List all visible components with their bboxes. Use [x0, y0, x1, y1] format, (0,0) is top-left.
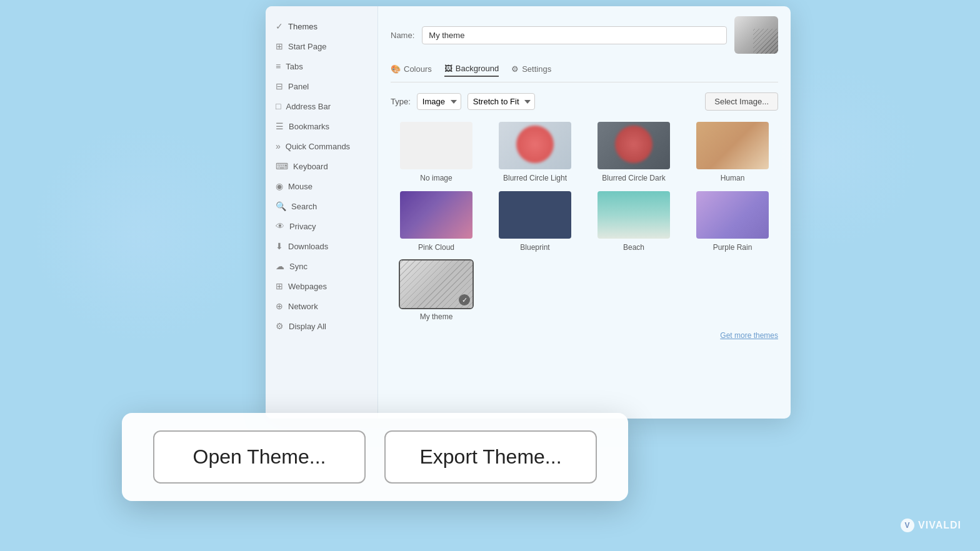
panel-icon: ⊟	[276, 81, 283, 91]
theme-card-human[interactable]: Human	[687, 121, 778, 182]
address-icon: □	[276, 101, 281, 111]
type-row: Type: Image Color None Stretch to Fit Ti…	[391, 92, 778, 111]
sidebar-item-themes[interactable]: ✓ Themes	[266, 16, 378, 36]
sidebar-label-network: Network	[288, 302, 318, 311]
sidebar-item-bookmarks[interactable]: ☰ Bookmarks	[266, 116, 378, 136]
sidebar-item-quick-commands[interactable]: » Quick Commands	[266, 136, 378, 156]
fit-select[interactable]: Stretch to Fit Tile Center	[468, 93, 535, 110]
theme-thumbnail-blurred-light	[498, 121, 572, 171]
sidebar-label-display-all: Display All	[289, 322, 326, 331]
sidebar-label-bookmarks: Bookmarks	[289, 122, 329, 131]
sidebar-item-network[interactable]: ⊕ Network	[266, 296, 378, 316]
settings-window: ✓ Themes ⊞ Start Page ≡ Tabs ⊟ Panel □ A…	[266, 6, 791, 419]
sidebar-item-keyboard[interactable]: ⌨ Keyboard	[266, 156, 378, 176]
theme-label-my-theme: My theme	[420, 312, 453, 321]
sidebar-label-tabs: Tabs	[286, 62, 302, 71]
theme-card-blurred-dark[interactable]: Blurred Circle Dark	[588, 121, 679, 182]
bookmarks-icon: ☰	[276, 121, 284, 131]
theme-card-my-theme[interactable]: ✓ My theme	[391, 259, 482, 321]
background: ✓ Themes ⊞ Start Page ≡ Tabs ⊟ Panel □ A…	[0, 0, 980, 551]
theme-card-no-image[interactable]: No image	[391, 121, 482, 182]
colours-icon: 🎨	[391, 64, 401, 74]
network-icon: ⊕	[276, 301, 283, 311]
get-more-themes-link[interactable]: Get more themes	[391, 331, 778, 340]
thumb-beach	[598, 191, 670, 239]
theme-thumbnail-pink-cloud	[399, 190, 474, 240]
theme-card-pink-cloud[interactable]: Pink Cloud	[391, 190, 482, 252]
check-icon: ✓	[276, 21, 283, 31]
theme-card-blurred-light[interactable]: Blurred Circle Light	[489, 121, 581, 182]
sync-icon: ☁	[276, 261, 284, 271]
sidebar: ✓ Themes ⊞ Start Page ≡ Tabs ⊟ Panel □ A…	[266, 6, 378, 419]
theme-thumbnail-purple-rain	[695, 190, 770, 240]
sidebar-item-tabs[interactable]: ≡ Tabs	[266, 56, 378, 76]
search-icon: 🔍	[276, 201, 286, 211]
thumb-no-image	[400, 122, 472, 169]
main-content: Name: 🎨 Colours 🖼 Background	[378, 6, 791, 419]
sidebar-item-address-bar[interactable]: □ Address Bar	[266, 96, 378, 116]
thumb-blurred-dark	[598, 122, 670, 169]
vivaldi-logo-text: VIVALDI	[918, 520, 961, 531]
theme-card-blueprint[interactable]: Blueprint	[489, 190, 581, 252]
thumb-pink-cloud	[400, 191, 472, 239]
type-label: Type:	[391, 97, 411, 106]
sidebar-item-sync[interactable]: ☁ Sync	[266, 256, 378, 276]
name-input[interactable]	[422, 26, 727, 44]
bg-blob-left	[31, 125, 250, 344]
display-all-icon: ⚙	[276, 321, 284, 331]
sidebar-label-themes: Themes	[288, 22, 318, 31]
settings-icon: ⚙	[511, 64, 519, 74]
sidebar-label-privacy: Privacy	[289, 222, 316, 231]
theme-label-blueprint: Blueprint	[520, 243, 549, 252]
sidebar-label-sync: Sync	[289, 262, 308, 271]
overlay-panel: Open Theme... Export Theme...	[122, 413, 628, 501]
background-icon: 🖼	[444, 64, 452, 73]
name-label: Name:	[391, 31, 414, 40]
sidebar-item-search[interactable]: 🔍 Search	[266, 196, 378, 216]
tab-colours[interactable]: 🎨 Colours	[391, 64, 432, 77]
theme-label-beach: Beach	[623, 243, 644, 252]
theme-preview-mini	[734, 16, 778, 54]
theme-name-row: Name:	[391, 16, 778, 54]
theme-preview-mini-inner	[734, 16, 778, 54]
theme-label-pink-cloud: Pink Cloud	[418, 243, 454, 252]
tabs-row: 🎨 Colours 🖼 Background ⚙ Settings	[391, 64, 778, 82]
sidebar-item-start-page[interactable]: ⊞ Start Page	[266, 36, 378, 56]
sidebar-item-webpages[interactable]: ⊞ Webpages	[266, 276, 378, 296]
theme-preview-lines	[753, 29, 778, 54]
downloads-icon: ⬇	[276, 241, 283, 251]
thumb-purple-rain	[696, 191, 769, 239]
sidebar-label-address-bar: Address Bar	[286, 102, 331, 111]
sidebar-item-display-all[interactable]: ⚙ Display All	[266, 316, 378, 336]
grid-icon: ⊞	[276, 41, 283, 51]
quick-icon: »	[276, 141, 281, 151]
theme-thumbnail-no-image	[399, 121, 474, 171]
webpages-icon: ⊞	[276, 281, 283, 291]
sidebar-item-downloads[interactable]: ⬇ Downloads	[266, 236, 378, 256]
tab-settings[interactable]: ⚙ Settings	[511, 64, 551, 77]
theme-card-purple-rain[interactable]: Purple Rain	[687, 190, 778, 252]
theme-card-beach[interactable]: Beach	[588, 190, 679, 252]
theme-thumbnail-beach	[596, 190, 671, 240]
sidebar-item-mouse[interactable]: ◉ Mouse	[266, 176, 378, 196]
sidebar-item-privacy[interactable]: 👁 Privacy	[266, 216, 378, 236]
theme-label-blurred-light: Blurred Circle Light	[503, 174, 567, 182]
sidebar-label-quick-commands: Quick Commands	[286, 142, 350, 151]
thumb-blurred-light	[499, 122, 571, 169]
mouse-icon: ◉	[276, 181, 283, 191]
type-select[interactable]: Image Color None	[417, 93, 461, 110]
selected-check-overlay: ✓	[459, 294, 470, 305]
theme-label-no-image: No image	[420, 174, 452, 182]
privacy-icon: 👁	[276, 221, 284, 231]
sidebar-label-search: Search	[291, 202, 317, 211]
sidebar-label-mouse: Mouse	[288, 182, 312, 191]
export-theme-button[interactable]: Export Theme...	[384, 430, 597, 484]
sidebar-item-panel[interactable]: ⊟ Panel	[266, 76, 378, 96]
theme-label-human: Human	[721, 174, 745, 182]
tab-background[interactable]: 🖼 Background	[444, 64, 499, 77]
theme-thumbnail-human	[695, 121, 770, 171]
tab-colours-label: Colours	[404, 64, 432, 74]
open-theme-button[interactable]: Open Theme...	[153, 430, 366, 484]
theme-grid: No image Blurred Circle Light Blurred Ci…	[391, 121, 778, 321]
select-image-button[interactable]: Select Image...	[705, 92, 778, 111]
